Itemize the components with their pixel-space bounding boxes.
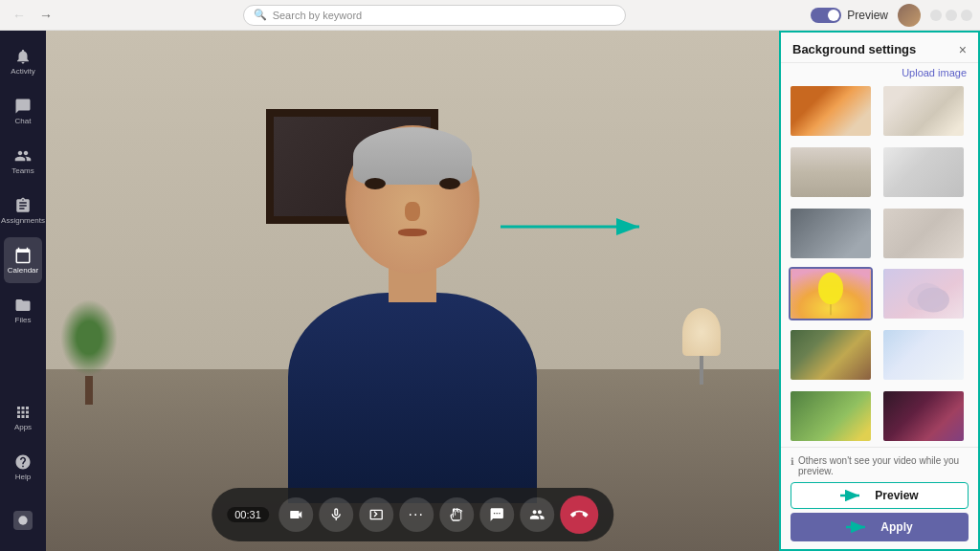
- bg-panel-title: Background settings: [792, 42, 916, 56]
- bg-thumb-11[interactable]: [789, 389, 873, 443]
- sidebar-item-calendar-label: Calendar: [8, 266, 38, 275]
- sidebar-item-apps-label: Apps: [14, 423, 32, 431]
- end-call-button[interactable]: [560, 496, 598, 534]
- sidebar-item-status[interactable]: [4, 497, 42, 543]
- sidebar-item-help-label: Help: [15, 473, 31, 481]
- title-bar-nav: ← →: [8, 6, 57, 25]
- sidebar-item-teams-label: Teams: [11, 166, 34, 175]
- preview-button[interactable]: Preview: [791, 482, 969, 509]
- bg-thumb-2[interactable]: [881, 84, 966, 138]
- apply-arrow-icon: [846, 521, 873, 533]
- sidebar-item-files[interactable]: Files: [4, 287, 42, 333]
- bg-panel-footer: ℹ Others won't see your video while you …: [781, 447, 978, 549]
- title-bar-left: ← →: [8, 6, 57, 25]
- raise-hand-icon: [449, 507, 464, 522]
- preview-toggle: Preview: [811, 8, 888, 23]
- bg-thumb-4[interactable]: [881, 145, 966, 199]
- sidebar-item-teams[interactable]: Teams: [4, 138, 42, 184]
- preview-toggle-label: Preview: [847, 9, 888, 22]
- person-nose: [405, 202, 420, 221]
- bg-thumb-7-img: [791, 269, 871, 319]
- bg-thumb-7[interactable]: [789, 267, 873, 320]
- user-avatar[interactable]: [898, 4, 921, 27]
- purple-sky-svg: [883, 269, 964, 319]
- more-options-button[interactable]: ···: [399, 497, 434, 532]
- arrow-indicator: [501, 212, 654, 245]
- bg-thumb-2-img: [883, 86, 964, 136]
- bg-panel-upload-button[interactable]: Upload image: [781, 63, 978, 84]
- bg-thumb-4-img: [883, 147, 964, 197]
- chat-bubble-icon: [489, 507, 504, 522]
- preview-button-label: Preview: [875, 489, 918, 502]
- help-icon: [14, 453, 32, 471]
- sidebar-item-assignments[interactable]: Assignments: [4, 187, 42, 233]
- window-close-button[interactable]: ✕: [961, 10, 972, 21]
- sidebar-item-files-label: Files: [15, 316, 32, 324]
- video-area: 00:31 ···: [46, 31, 779, 551]
- search-icon: 🔍: [254, 9, 267, 21]
- sidebar-item-apps[interactable]: Apps: [4, 394, 42, 440]
- sidebar-item-chat[interactable]: Chat: [4, 88, 42, 134]
- bg-thumb-1-img: [791, 86, 871, 136]
- bg-thumb-10-img: [883, 330, 964, 380]
- bell-icon: [14, 48, 32, 65]
- info-icon: ℹ: [791, 456, 794, 467]
- participants-icon: [529, 507, 545, 522]
- call-timer: 00:31: [227, 507, 269, 522]
- raise-hand-button[interactable]: [439, 497, 474, 532]
- files-icon: [14, 297, 32, 314]
- preview-notice-text: Others won't see your video while you pr…: [798, 455, 969, 476]
- lamp-right: [682, 308, 721, 385]
- bg-thumb-5[interactable]: [789, 207, 873, 260]
- person-head: [345, 125, 479, 274]
- minimize-button[interactable]: —: [930, 10, 942, 21]
- bg-thumb-9-img: [791, 330, 871, 380]
- bg-thumb-8[interactable]: [881, 267, 966, 320]
- apps-icon: [14, 404, 32, 421]
- nav-back-button[interactable]: ←: [8, 6, 31, 25]
- svg-point-4: [818, 273, 843, 304]
- maximize-button[interactable]: □: [946, 10, 957, 21]
- bg-thumb-12[interactable]: [881, 389, 966, 443]
- bg-thumb-1[interactable]: [789, 84, 873, 138]
- bg-thumb-3[interactable]: [789, 145, 873, 199]
- bg-thumb-8-img: [883, 269, 964, 319]
- share-icon: [368, 507, 384, 522]
- assignments-icon: [14, 197, 32, 214]
- search-bar[interactable]: 🔍 Search by keyword: [243, 5, 626, 26]
- participants-button[interactable]: [520, 497, 554, 532]
- arrow-svg: [501, 212, 654, 241]
- end-call-icon: [567, 502, 590, 526]
- sidebar-item-calendar[interactable]: Calendar: [4, 237, 42, 283]
- sidebar-item-chat-label: Chat: [15, 117, 32, 125]
- teams-icon: [14, 147, 32, 165]
- bg-settings-panel: Background settings × Upload image: [779, 31, 980, 551]
- person-hair: [353, 127, 472, 185]
- bg-panel-close-button[interactable]: ×: [959, 43, 967, 56]
- apply-button-label: Apply: [880, 520, 912, 534]
- bg-panel-header: Background settings ×: [781, 33, 978, 63]
- camera-button[interactable]: [278, 497, 313, 532]
- mic-button[interactable]: [319, 497, 353, 532]
- preview-toggle-switch[interactable]: [811, 8, 841, 23]
- sidebar: Activity Chat Teams Assignments Calendar…: [0, 31, 46, 551]
- apply-button[interactable]: Apply: [791, 513, 969, 541]
- sidebar-item-help[interactable]: Help: [4, 444, 42, 490]
- balloon-svg: [791, 269, 871, 319]
- bg-thumb-6[interactable]: [881, 207, 966, 260]
- status-icon: [16, 514, 30, 527]
- plant-left: [60, 299, 118, 395]
- bg-thumb-6-img: [883, 209, 964, 258]
- person-eyes: [365, 178, 460, 195]
- title-bar-right: Preview — □ ✕: [811, 4, 972, 27]
- share-screen-button[interactable]: [359, 497, 393, 532]
- bg-thumb-9[interactable]: [789, 328, 873, 382]
- nav-forward-button[interactable]: →: [34, 6, 57, 25]
- video-person: [250, 121, 575, 503]
- bg-thumb-5-img: [791, 209, 871, 258]
- camera-icon: [288, 507, 303, 522]
- bg-thumb-10[interactable]: [881, 328, 966, 382]
- sidebar-item-activity[interactable]: Activity: [4, 38, 42, 84]
- sidebar-item-assignments-label: Assignments: [1, 216, 45, 225]
- chat-toggle-button[interactable]: [479, 497, 514, 532]
